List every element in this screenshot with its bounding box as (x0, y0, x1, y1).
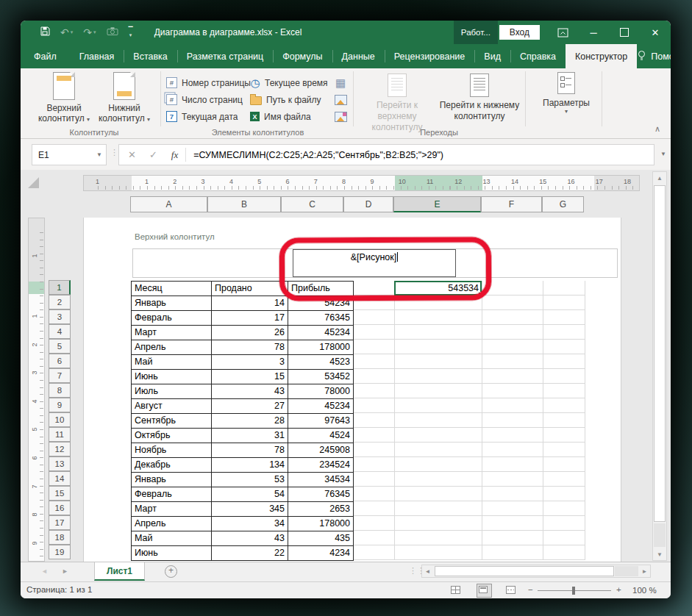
page-layout-view-button[interactable] (477, 584, 492, 598)
ribbon-tab-7[interactable]: Вид (474, 44, 510, 68)
ribbon-tab-6[interactable]: Рецензирование (385, 44, 475, 68)
maximize-button[interactable] (609, 21, 640, 44)
table-cell[interactable]: 53452 (288, 370, 354, 384)
table-cell[interactable]: 435 (288, 531, 354, 546)
row-header-13[interactable]: 13 (49, 456, 71, 471)
table-cell[interactable]: Февраль (132, 311, 212, 326)
table-cell[interactable]: Январь (132, 296, 212, 311)
row-header-8[interactable]: 8 (49, 383, 71, 398)
table-cell[interactable]: 45234 (288, 399, 354, 414)
row-header-6[interactable]: 6 (49, 354, 71, 368)
table-cell[interactable]: 53 (212, 473, 288, 487)
table-cell[interactable]: Март (132, 502, 212, 517)
table-header-cell[interactable]: Месяц (132, 282, 212, 296)
ribbon-display-options-icon[interactable] (547, 21, 578, 44)
element-button-current-time[interactable]: ◷Текущее время (250, 75, 328, 90)
column-header-G[interactable]: G (542, 196, 584, 212)
scroll-up-icon[interactable]: ▲ (653, 172, 666, 184)
table-cell[interactable]: Февраль (132, 487, 212, 502)
table-cell[interactable]: 4234 (288, 546, 354, 561)
format-picture-button[interactable] (332, 109, 349, 124)
ribbon-tab-9[interactable]: Конструктор (566, 44, 637, 68)
name-box-caret-icon[interactable]: ▼ (93, 151, 106, 158)
cancel-icon[interactable]: ✕ (119, 149, 143, 160)
element-button-current-date[interactable]: 7Текущая дата (166, 109, 238, 124)
ribbon-tab-1[interactable]: Главная (70, 44, 124, 68)
table-cell[interactable]: 54 (212, 487, 288, 502)
scroll-right-icon[interactable]: ► (639, 565, 650, 577)
row-header-19[interactable]: 19 (49, 545, 71, 559)
column-header-D[interactable]: D (343, 196, 393, 212)
close-button[interactable]: ✕ (640, 21, 671, 44)
collapse-ribbon-icon[interactable]: ∧ (654, 124, 660, 134)
table-cell[interactable]: 245908 (288, 443, 354, 458)
element-button-file-path[interactable]: Путь к файлу (250, 92, 321, 107)
scroll-down-icon[interactable]: ▼ (653, 548, 666, 560)
sheet-name-button[interactable]: ▦ (332, 75, 349, 90)
table-cell[interactable]: 76345 (288, 311, 354, 326)
table-cell[interactable]: 97643 (288, 414, 354, 429)
table-cell[interactable]: Январь (132, 473, 212, 487)
table-cell[interactable]: 78 (212, 443, 288, 458)
element-button-page-count[interactable]: #Число страниц (166, 92, 243, 107)
vertical-scrollbar[interactable]: ▲ ▼ (652, 171, 667, 561)
table-header-cell[interactable]: Продано (212, 282, 288, 296)
ribbon-tab-file[interactable]: Файл (21, 44, 70, 68)
table-cell[interactable]: 4524 (288, 429, 354, 443)
select-all-corner[interactable] (28, 177, 39, 188)
table-cell[interactable]: 234524 (288, 458, 354, 473)
table-cell[interactable]: Август (132, 399, 212, 414)
minimize-button[interactable]: ─ (578, 21, 609, 44)
ribbon-tab-5[interactable]: Данные (332, 44, 385, 68)
table-cell[interactable]: 26 (212, 326, 288, 340)
sheet-nav-right-icon[interactable]: ► (62, 567, 68, 575)
row-header-18[interactable]: 18 (49, 530, 71, 545)
enter-icon[interactable]: ✓ (143, 149, 164, 160)
table-cell[interactable]: 43 (212, 531, 288, 546)
row-header-17[interactable]: 17 (49, 515, 71, 530)
table-cell[interactable]: 43 (212, 384, 288, 399)
table-cell[interactable]: 78 (212, 340, 288, 355)
row-header-1[interactable]: 1 (49, 280, 71, 295)
footer-button[interactable]: Нижний колонтитул ▾ (94, 72, 154, 125)
element-button-file-name[interactable]: XИмя файла (250, 109, 311, 124)
picture-button[interactable] (332, 92, 349, 107)
options-button[interactable]: Параметры ▾ (540, 72, 593, 115)
table-cell[interactable]: 17 (212, 311, 288, 326)
row-header-3[interactable]: 3 (49, 309, 71, 324)
ribbon-tab-4[interactable]: Формулы (273, 44, 332, 68)
table-cell[interactable]: 2653 (288, 502, 354, 517)
table-cell[interactable]: 345 (212, 502, 288, 517)
ribbon-tab-8[interactable]: Справка (510, 44, 566, 68)
row-header-10[interactable]: 10 (49, 412, 71, 427)
column-header-E[interactable]: E (393, 196, 481, 212)
table-cell[interactable]: 34534 (288, 473, 354, 487)
zoom-in-icon[interactable]: + (616, 585, 621, 594)
table-cell[interactable]: 178000 (288, 340, 354, 355)
table-cell[interactable]: Ноябрь (132, 443, 212, 458)
table-cell[interactable]: 14 (212, 296, 288, 311)
row-header-12[interactable]: 12 (49, 442, 71, 456)
table-cell[interactable]: Июнь (132, 546, 212, 561)
table-cell[interactable]: 27 (212, 399, 288, 414)
table-cell[interactable]: Апрель (132, 340, 212, 355)
scroll-left-icon[interactable]: ◄ (422, 565, 433, 577)
row-header-4[interactable]: 4 (49, 324, 71, 339)
table-cell[interactable]: Март (132, 326, 212, 340)
formula-bar-grip[interactable]: ⋮ (110, 148, 118, 157)
name-box[interactable]: E1 ▼ (32, 144, 107, 165)
insert-function-icon[interactable]: fx (164, 149, 185, 161)
horizontal-ruler[interactable]: 1123456789101112131415161718 (83, 175, 640, 191)
horizontal-scrollbar[interactable]: ◄ ► (421, 565, 651, 578)
table-cell[interactable]: Май (132, 531, 212, 546)
table-cell[interactable]: 76345 (288, 487, 354, 502)
table-cell[interactable]: 3 (212, 355, 288, 370)
table-cell[interactable]: Июль (132, 384, 212, 399)
table-cell[interactable]: Сентябрь (132, 414, 212, 429)
table-cell[interactable]: Октябрь (132, 429, 212, 443)
column-header-B[interactable]: B (207, 196, 281, 212)
table-cell[interactable]: Июнь (132, 370, 212, 384)
table-cell[interactable]: 31 (212, 429, 288, 443)
formula-input[interactable]: ✕ ✓ fx =СУММЕСЛИМН(C2:C25;A2:A25;"Сентяб… (118, 144, 654, 165)
table-cell[interactable]: Май (132, 355, 212, 370)
